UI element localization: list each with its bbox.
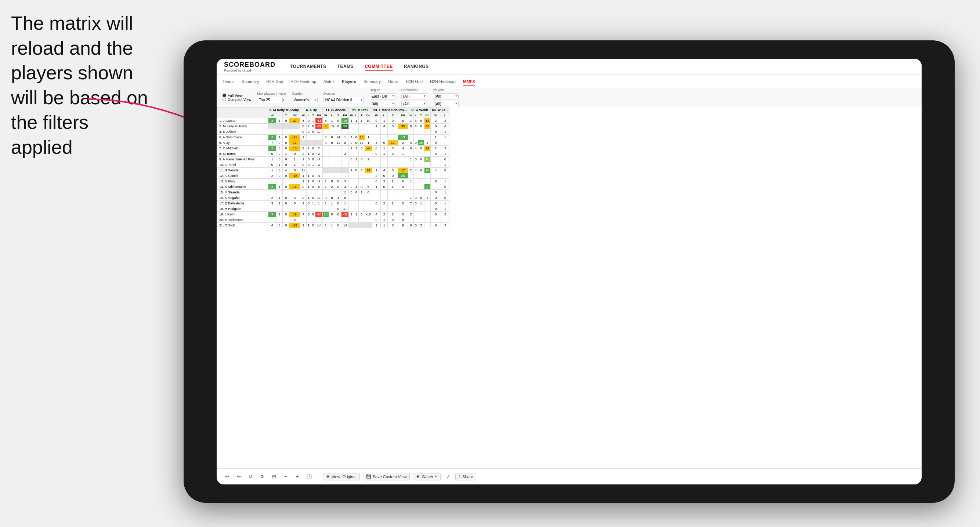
nav-rankings[interactable]: RANKINGS — [404, 62, 429, 71]
cell — [424, 162, 431, 168]
conference-sub-select[interactable]: (All) — [401, 101, 427, 107]
cell — [364, 162, 372, 168]
cell: 0 — [431, 124, 441, 129]
cell — [349, 195, 354, 201]
cell — [418, 206, 424, 212]
players-sub-select[interactable]: (All) — [433, 101, 458, 107]
undo-icon[interactable]: ↩ — [223, 472, 231, 481]
share-button[interactable]: ⤴ Share — [455, 473, 476, 480]
cell: 0 — [283, 173, 290, 179]
players-select[interactable]: (All) — [433, 93, 458, 100]
cell: 35 — [398, 124, 408, 129]
cell: 5 — [364, 184, 372, 190]
cell: 1 — [408, 195, 414, 201]
region-select[interactable]: East - DII West - DII — [370, 93, 395, 100]
cell — [307, 168, 311, 173]
nav-tournaments[interactable]: TOURNAMENTS — [290, 62, 326, 71]
cell: 1 — [441, 190, 449, 195]
wlt-t6: T — [418, 113, 424, 118]
conference-filter: Conference (All) (All) — [401, 88, 427, 107]
cell — [424, 151, 431, 157]
cell — [323, 146, 329, 151]
cell — [354, 206, 358, 212]
cell — [323, 190, 329, 195]
cell: 0 — [290, 168, 300, 173]
cell: 1 — [388, 179, 398, 184]
gender-select[interactable]: Women's Men's — [292, 97, 318, 103]
cell: 11 — [300, 168, 307, 173]
full-view-option[interactable]: Full View — [223, 94, 251, 98]
cell: 0 — [307, 162, 311, 168]
region-sub-select[interactable]: (All) — [370, 101, 395, 107]
subnav-h2h-heatmap2[interactable]: H2H Heatmap — [430, 78, 456, 85]
cell: 0 — [276, 168, 283, 173]
save-custom-button[interactable]: 💾 Save Custom View — [363, 473, 410, 480]
cell — [358, 195, 364, 201]
cell: 0 — [342, 140, 349, 146]
subnav-detail[interactable]: Detail — [388, 78, 398, 85]
expand-icon[interactable]: ⤢ — [444, 472, 452, 481]
wlt-d4: Dif — [364, 113, 372, 118]
division-select[interactable]: NCAA Division II NCAA Division I — [323, 97, 364, 103]
col-header-dy: 6. A Dy — [300, 108, 323, 113]
cell: 1 — [276, 135, 283, 140]
redo-icon[interactable]: ↪ — [234, 472, 243, 481]
cell: 0 — [311, 129, 315, 135]
cell: 2 — [307, 129, 311, 135]
matrix-area[interactable]: 2. M Kelly Mulcahy 6. A Dy 11. G Woods 2… — [216, 107, 922, 468]
cell: 2 — [315, 146, 323, 151]
cell — [364, 124, 372, 129]
compact-view-radio[interactable] — [223, 98, 226, 101]
cell — [418, 129, 424, 135]
view-original-button[interactable]: 👁 View: Original — [323, 473, 360, 480]
conference-select[interactable]: (All) — [401, 93, 427, 100]
plus-icon[interactable]: + — [293, 472, 302, 481]
cell: 1 — [408, 179, 414, 184]
subnav-players[interactable]: Players — [342, 78, 356, 85]
cell: 1 — [441, 162, 449, 168]
nav-committee[interactable]: COMMITTEE — [364, 62, 393, 71]
nav-teams[interactable]: TEAMS — [337, 62, 354, 71]
cell: 2 — [388, 212, 398, 217]
cell — [398, 195, 408, 201]
subnav-teams[interactable]: Teams — [223, 78, 234, 85]
refresh-icon[interactable]: ↺ — [246, 472, 255, 481]
player-name: 8. M Torres — [217, 151, 269, 157]
subnav-summary2[interactable]: Summary — [364, 78, 381, 85]
settings-icon[interactable]: ⚙ — [258, 472, 267, 481]
cell: 1 — [354, 157, 358, 162]
full-view-radio[interactable] — [223, 94, 226, 97]
subnav-h2h-heatmap[interactable]: H2H Heatmap — [290, 78, 316, 85]
wlt-t5: T — [388, 113, 398, 118]
cell: 0 — [300, 195, 307, 201]
wlt-t2: T — [311, 113, 315, 118]
cell: 0 — [358, 212, 364, 217]
cell: 0 — [329, 195, 335, 201]
subnav-matrix[interactable]: Matrix — [323, 78, 334, 85]
max-players-select[interactable]: Top 25 Top 50 — [257, 97, 283, 103]
cell: 0 — [335, 201, 342, 206]
cell: 1 — [323, 179, 329, 184]
subnav-h2h-grid[interactable]: H2H Grid — [266, 78, 283, 85]
header-player-col — [217, 108, 269, 118]
cell — [335, 129, 342, 135]
minus-icon[interactable]: − — [281, 472, 290, 481]
layout-icon[interactable]: ⊞ — [269, 472, 278, 481]
cell — [424, 217, 431, 223]
compact-view-option[interactable]: Compact View — [223, 98, 251, 102]
subnav-h2h-grid2[interactable]: H2H Grid — [406, 78, 423, 85]
cell — [307, 206, 311, 212]
cell: 14 — [315, 223, 323, 228]
cell: 0 — [388, 173, 398, 179]
cell — [358, 129, 364, 135]
watch-button[interactable]: 👁 Watch ▼ — [413, 473, 441, 480]
subnav-matrix2[interactable]: Matrix — [463, 78, 475, 86]
clock-icon[interactable]: 🕐 — [305, 472, 313, 481]
cell: 3 — [342, 151, 349, 157]
max-players-select-wrapper: Top 25 Top 50 — [257, 96, 286, 103]
cell: 0 — [323, 195, 329, 201]
cell — [329, 190, 335, 195]
cell: 1 — [335, 195, 342, 201]
cell — [388, 190, 398, 195]
subnav-summary[interactable]: Summary — [242, 78, 259, 85]
